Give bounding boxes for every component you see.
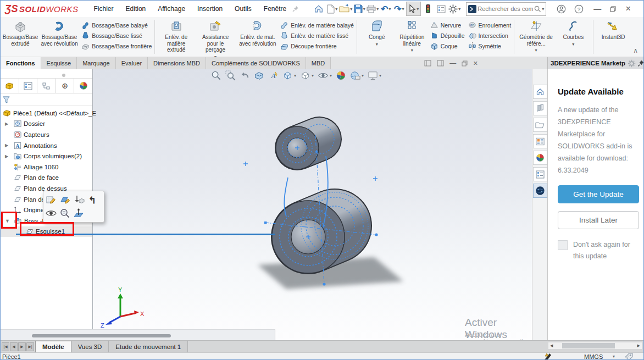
tile-right-icon[interactable] [437,60,444,67]
tab-esquisse[interactable]: Esquisse [41,57,77,69]
scroll-right-arrow[interactable]: ▶ [636,344,642,348]
tab-featuremanager[interactable] [1,79,19,93]
intersect-button[interactable]: Intersection [468,31,512,40]
linear-pattern-dropdown[interactable]: ▾ [411,48,413,53]
scrollbar-thumb[interactable] [562,343,615,348]
tab-vues-3d[interactable]: Vues 3D [71,341,109,352]
ribbon-collapse-button[interactable]: ∧ [633,47,644,57]
instant3d-button[interactable]: Instant3D [596,19,630,41]
shell-button[interactable]: Coque [430,41,465,51]
taskpane-tab-custom-properties[interactable] [533,167,547,181]
command-search[interactable]: ▾ [466,2,546,16]
normal-to-icon[interactable] [73,208,84,219]
zoom-to-selection-icon[interactable] [60,208,70,218]
taskpane-settings-gear-icon[interactable] [628,59,636,68]
pane-splitter-handle[interactable] [62,74,65,77]
tree-item-alliage[interactable]: Alliage 1060 [1,162,92,173]
save-button[interactable]: ▾ [353,2,365,15]
boss-loft-button[interactable]: Bossage/Base lissé [81,31,152,40]
model-geometry[interactable]: Y X Z [93,69,532,340]
menu-fichier[interactable]: Fichier [94,5,114,13]
reference-geometry-button[interactable]: Géométrie de référe... ▾ [517,19,555,53]
edit-sketch-icon[interactable] [46,195,57,206]
open-document-button[interactable]: ▾ [339,2,352,15]
tab-dimxpertmanager[interactable]: ⊕ [56,79,75,93]
tab-configurationmanager[interactable] [37,79,56,93]
tree-item-annotations[interactable]: ▶ A Annotations [1,140,92,151]
expand-arrow-icon[interactable]: ▶ [5,121,8,126]
scrollbar-thumb[interactable] [32,334,171,337]
menu-insertion[interactable]: Insertion [197,5,223,13]
restore-document-button[interactable] [462,60,468,67]
close-document-button[interactable]: × [473,59,478,68]
reference-geometry-dropdown[interactable]: ▾ [535,48,537,53]
tree-item-dossier[interactable]: ▶ Dossier [1,119,92,130]
boss-boundary-button[interactable]: Bossage/Base frontière [81,41,152,51]
edit-feature-icon[interactable] [60,195,71,206]
units-dropdown-arrow[interactable]: ▾ [613,354,615,359]
home-button[interactable] [313,2,325,15]
rollback-icon[interactable]: ↰ [88,196,96,205]
taskpane-tab-file-explorer[interactable] [533,118,547,132]
tree-item-capteurs[interactable]: Capteurs [1,129,92,140]
select-tool-button[interactable]: ▾ [406,2,421,16]
options-gear-button[interactable]: ▾ [448,2,460,15]
first-tab-button[interactable]: |◀ [2,342,9,351]
tree-item-part-root[interactable]: Pièce1 (Défaut) <<Défaut>_E [1,108,92,119]
boss-sweep-button[interactable]: Bossage/Base balayé [81,20,152,30]
tree-filter[interactable] [1,93,92,106]
tab-mbd[interactable]: MBD [306,57,331,69]
curves-button[interactable]: Courbes ▾ [556,19,590,47]
redo-button[interactable]: ↷▾ [393,2,405,15]
menu-fenetre[interactable]: Fenêtre [264,5,286,13]
tag-icon[interactable] [625,353,633,360]
taskpane-tab-design-library[interactable] [533,101,547,115]
menu-outils[interactable]: Outils [235,5,252,13]
prev-tab-button[interactable]: ◀ [10,342,18,351]
units-selector[interactable]: MMGS [584,353,603,360]
cut-sweep-button[interactable]: Enlèv. de matière balayé [280,20,354,30]
hole-wizard-button[interactable]: Assistance pour le perçage ▾ [196,19,235,57]
next-tab-button[interactable]: ▶ [18,342,26,351]
dont-ask-checkbox[interactable] [558,240,568,250]
restore-window-button[interactable] [606,6,620,12]
expand-arrow-icon[interactable]: ▶ [5,154,8,159]
tab-evaluer[interactable]: Evaluer [116,57,148,69]
new-document-button[interactable]: ▾ [326,2,338,15]
tab-complements[interactable]: Compléments de SOLIDWORKS [206,57,306,69]
tab-etude-mouvement[interactable]: Etude de mouvement 1 [109,341,188,352]
last-tab-button[interactable]: ▶| [26,342,34,351]
boss-extrude-button[interactable]: Bossage/Base extrudé [3,19,37,47]
minimize-document-button[interactable]: — [449,59,456,67]
insert-into-new-part-icon[interactable] [74,195,85,206]
file-properties-button[interactable] [435,2,447,15]
minimize-window-button[interactable]: — [590,4,604,13]
taskpane-pin-icon[interactable] [637,60,644,67]
menu-affichage[interactable]: Affichage [158,5,185,13]
taskpane-horizontal-scrollbar[interactable]: ◀ ▶ [548,342,642,349]
close-window-button[interactable]: × [621,4,635,14]
search-scope-dropdown[interactable]: ▾ [542,7,544,12]
cut-loft-button[interactable]: Enlèv. de matière lissé [280,31,354,40]
tree-item-plan-de-face[interactable]: Plan de face [1,173,92,184]
mirror-button[interactable]: Symétrie [468,41,512,51]
hide-show-icon[interactable] [46,209,57,217]
help-button[interactable]: ? [573,2,585,15]
tab-displaymanager[interactable] [74,79,92,93]
print-button[interactable]: ▾ [367,2,379,15]
linear-pattern-button[interactable]: Répétition linéaire ▾ [395,19,429,53]
tab-dimensions-mbd[interactable]: Dimensions MBD [148,57,206,69]
graphics-viewport[interactable]: A ▾ ▾ ▾ ▾ ▾ [93,69,532,340]
pin-menu-icon[interactable] [292,5,299,13]
taskpane-tab-appearances[interactable] [533,151,547,165]
expand-arrow-icon[interactable]: ▶ [5,143,8,148]
tile-left-icon[interactable] [424,60,431,67]
cut-revolve-button[interactable]: Enlèv. de mat. avec révolution [236,19,279,47]
menu-edition[interactable]: Edition [126,5,146,13]
curves-dropdown[interactable]: ▾ [572,42,574,47]
cut-extrude-button[interactable]: Enlèv. de matière extrudé [158,19,195,54]
taskpane-tab-home[interactable] [533,85,547,99]
tree-item-corps-volumiques[interactable]: ▶ Corps volumiques(2) [1,151,92,162]
install-later-button[interactable]: Install Later [558,211,639,229]
taskpane-tab-view-palette[interactable] [533,134,547,148]
